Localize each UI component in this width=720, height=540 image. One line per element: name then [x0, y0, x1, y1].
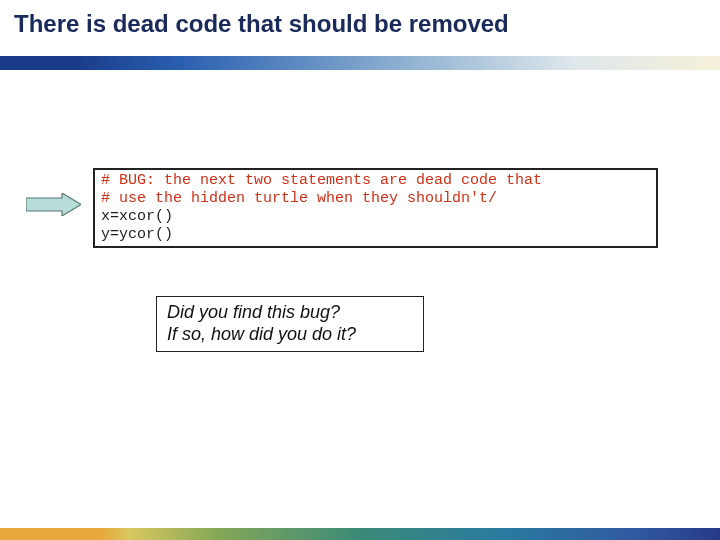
code-comment-1: # BUG: the next two statements are dead …	[101, 172, 542, 189]
title-rule	[0, 56, 720, 70]
question-callout: Did you find this bug? If so, how did yo…	[156, 296, 424, 352]
code-line-2: y=ycor()	[101, 226, 173, 243]
question-line-2: If so, how did you do it?	[167, 323, 413, 345]
svg-marker-0	[26, 193, 81, 216]
slide-title: There is dead code that should be remove…	[14, 10, 509, 38]
pointer-arrow-icon	[26, 193, 81, 216]
code-snippet-box: # BUG: the next two statements are dead …	[93, 168, 658, 248]
question-line-1: Did you find this bug?	[167, 301, 413, 323]
code-comment-2: # use the hidden turtle when they should…	[101, 190, 497, 207]
code-snippet: # BUG: the next two statements are dead …	[101, 172, 650, 244]
code-line-1: x=xcor()	[101, 208, 173, 225]
footer-rule	[0, 528, 720, 540]
